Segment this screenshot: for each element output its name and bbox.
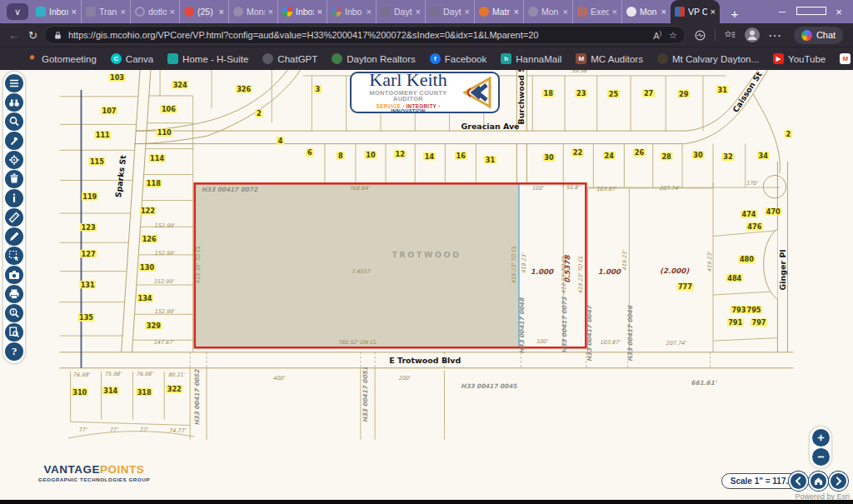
- reload-icon[interactable]: ↻: [28, 29, 37, 42]
- tab-close-icon[interactable]: ×: [563, 7, 568, 17]
- parcel-number-label: 131: [81, 281, 95, 289]
- parcel-id-label: H33 00417 0052: [193, 369, 201, 426]
- mail-icon: [36, 7, 46, 17]
- browser-tab[interactable]: Trans×: [81, 0, 130, 23]
- back-icon[interactable]: ←: [8, 28, 20, 42]
- next-extent-icon[interactable]: [829, 472, 848, 491]
- dimension-label: 80.21': [168, 372, 186, 378]
- camera-icon[interactable]: [5, 266, 23, 284]
- tab-label: Mon: [541, 7, 560, 17]
- bookmark-item[interactable]: hHannaMail: [501, 53, 561, 64]
- tab-close-icon[interactable]: ×: [465, 7, 470, 17]
- parcel-number-label: 326: [237, 85, 251, 93]
- menu-icon[interactable]: [5, 74, 23, 92]
- tab-search-chevron-icon[interactable]: ∨: [7, 3, 28, 20]
- parcel-number-label: 31: [486, 156, 496, 164]
- print-icon[interactable]: [5, 285, 23, 303]
- browser-tab[interactable]: Inbo×: [327, 0, 376, 23]
- locate-icon[interactable]: [5, 151, 23, 169]
- help-icon[interactable]: ?: [5, 342, 23, 361]
- tab-close-icon[interactable]: ×: [367, 7, 372, 17]
- bookmark-item[interactable]: Mt Calvary Dayton...: [657, 53, 759, 64]
- browser-tab[interactable]: Exec×: [572, 0, 621, 23]
- tab-close-icon[interactable]: ×: [416, 7, 421, 17]
- parcel-id-label: H33 00417 0048: [518, 297, 526, 354]
- favorite-star-icon[interactable]: ☆: [669, 30, 677, 41]
- zoom-search-icon[interactable]: [5, 112, 23, 131]
- selected-parcel-fill[interactable]: [195, 184, 519, 347]
- previous-extent-icon[interactable]: [789, 472, 808, 491]
- browser-tab[interactable]: (25)×: [179, 0, 228, 23]
- globe-icon: [528, 7, 538, 17]
- profile-avatar[interactable]: [745, 27, 760, 42]
- browser-tab[interactable]: Mon×: [621, 0, 671, 23]
- favorites-list-icon[interactable]: [724, 29, 736, 42]
- home-icon[interactable]: [809, 472, 828, 491]
- acreage-label: (2.000): [660, 267, 690, 275]
- parcel-number-label: 3: [315, 85, 320, 93]
- tab-close-icon[interactable]: ×: [317, 7, 322, 17]
- browser-essentials-icon[interactable]: [694, 29, 706, 42]
- browser-tab[interactable]: Inbox×: [277, 0, 327, 23]
- select-icon[interactable]: [5, 247, 23, 265]
- delete-icon[interactable]: [5, 170, 23, 188]
- zoom-in-button[interactable]: [812, 429, 830, 447]
- binoculars-icon[interactable]: [5, 93, 23, 112]
- parcel-id-label: H33 00417 0047: [586, 305, 593, 362]
- document-search-icon[interactable]: [5, 323, 23, 342]
- street-name-label: Ginger Pl: [778, 249, 787, 290]
- minimize-icon[interactable]: ─: [768, 7, 796, 17]
- mt-calvary-icon: [657, 53, 668, 64]
- bookmark-label: Dayton Realtors: [347, 54, 415, 64]
- parcel-number-label: 797: [752, 318, 766, 327]
- tab-close-icon[interactable]: ×: [268, 7, 273, 17]
- tagline-separator: ›: [438, 103, 440, 109]
- bookmark-item[interactable]: MGmail: [840, 53, 853, 64]
- tab-close-icon[interactable]: ×: [612, 7, 617, 17]
- maximize-icon[interactable]: [796, 7, 825, 17]
- bookmark-item[interactable]: *Gotomeeting: [27, 53, 97, 64]
- gis-map-canvas[interactable]: 768.84'7.4557780.52' ON CL419.39' TO CL4…: [0, 70, 853, 500]
- tab-label: (25): [197, 7, 216, 17]
- tab-close-icon[interactable]: ×: [72, 7, 77, 17]
- bookmark-item[interactable]: fFacebook: [430, 53, 487, 64]
- identify-icon[interactable]: [5, 304, 23, 322]
- tools-icon[interactable]: [5, 132, 23, 150]
- browser-tab[interactable]: Mons×: [228, 0, 277, 23]
- settings-ellipsis-icon[interactable]: ⋯: [768, 27, 782, 43]
- browser-tab[interactable]: Matr×: [474, 0, 523, 23]
- draw-icon[interactable]: [5, 227, 23, 246]
- chat-button[interactable]: Chat: [794, 27, 843, 44]
- parcel-number-label: 115: [90, 157, 104, 166]
- zoom-out-button[interactable]: [812, 448, 830, 466]
- parcel-number-label: 119: [82, 192, 97, 201]
- bookmark-item[interactable]: ChatGPT: [262, 53, 317, 64]
- url-text[interactable]: https://gis.mcohio.org/VPCore/VP.html?co…: [68, 30, 648, 40]
- tab-close-icon[interactable]: ×: [219, 7, 224, 17]
- browser-tab[interactable]: dotlo×: [130, 0, 179, 23]
- measure-icon[interactable]: [5, 208, 23, 227]
- bookmark-item[interactable]: Dayton Realtors: [332, 53, 415, 64]
- browser-tab[interactable]: Dayt×: [376, 0, 425, 23]
- parcel-number-label: 8: [338, 152, 343, 160]
- address-bar[interactable]: https://gis.mcohio.org/VPCore/VP.html?co…: [44, 26, 686, 44]
- info-icon[interactable]: [5, 189, 23, 207]
- browser-tab[interactable]: Dayt×: [425, 0, 474, 23]
- close-icon[interactable]: ×: [825, 6, 853, 18]
- bookmark-item[interactable]: CCanva: [111, 53, 153, 64]
- tab-close-icon[interactable]: ×: [661, 7, 666, 17]
- window-controls: ─ ×: [768, 0, 853, 23]
- bookmark-item[interactable]: MMC Auditors: [576, 53, 643, 64]
- tab-close-icon[interactable]: ×: [711, 7, 716, 17]
- browser-tab[interactable]: VP C×: [671, 0, 720, 23]
- read-aloud-icon[interactable]: A): [653, 30, 661, 41]
- new-tab-button[interactable]: +: [725, 3, 745, 23]
- bookmark-item[interactable]: ▶YouTube: [773, 53, 826, 64]
- bookmark-label: ChatGPT: [277, 54, 317, 64]
- browser-tab[interactable]: Inbox×: [32, 0, 81, 23]
- bookmark-item[interactable]: Home - H-Suite: [167, 53, 248, 64]
- tab-close-icon[interactable]: ×: [121, 7, 126, 17]
- tab-close-icon[interactable]: ×: [514, 7, 519, 17]
- tab-close-icon[interactable]: ×: [170, 7, 175, 17]
- browser-tab[interactable]: Mon×: [523, 0, 572, 23]
